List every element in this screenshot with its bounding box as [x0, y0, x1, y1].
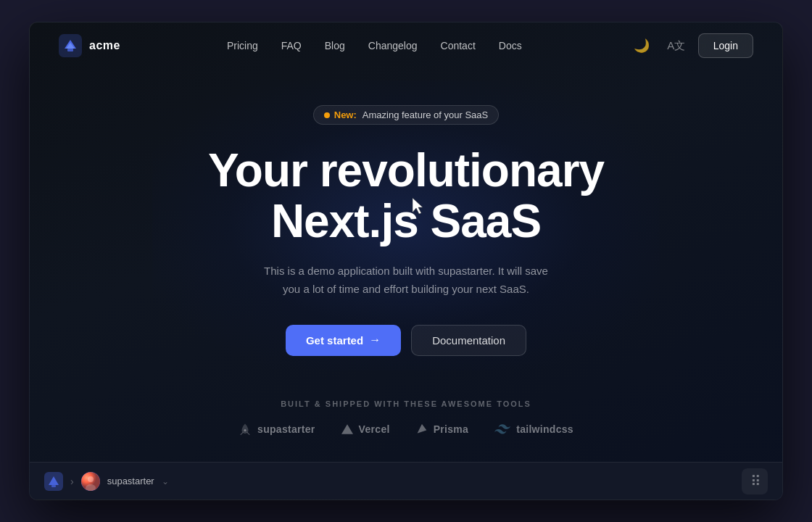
tools-label: BUILT & SHIPPED WITH THESE AWESOME TOOLS	[281, 399, 531, 408]
prisma-label: Prisma	[434, 423, 469, 435]
vercel-label: Vercel	[359, 423, 390, 435]
moon-icon: 🌙	[634, 38, 650, 54]
navbar: acme Pricing FAQ Blog Changelog Contact …	[30, 22, 782, 69]
nav-link-changelog[interactable]: Changelog	[368, 40, 418, 51]
language-toggle-button[interactable]: A文	[663, 33, 689, 59]
logo[interactable]: acme	[59, 34, 120, 57]
arrow-icon: →	[369, 334, 381, 347]
bottom-right-icon[interactable]: ⠿	[742, 468, 768, 494]
svg-rect-1	[67, 49, 73, 51]
badge-text: Amazing feature of your SaaS	[362, 109, 488, 120]
bottom-avatar	[81, 472, 100, 491]
supastarter-label: supastarter	[257, 423, 315, 435]
hero-title-line2: Next.js SaaS	[271, 195, 541, 247]
svg-rect-4	[51, 485, 56, 487]
tools-section: BUILT & SHIPPED WITH THESE AWESOME TOOLS…	[239, 399, 573, 436]
login-button[interactable]: Login	[698, 33, 753, 58]
vercel-icon	[341, 423, 353, 435]
bottom-bar: › supastarter ⌄ ⠿	[30, 462, 782, 500]
svg-point-6	[88, 476, 94, 482]
bottom-chevron-icon: ⌄	[162, 476, 169, 486]
bottom-username: supastarter	[107, 476, 154, 486]
app-window: acme Pricing FAQ Blog Changelog Contact …	[29, 22, 783, 500]
documentation-button[interactable]: Documentation	[411, 325, 526, 356]
logo-icon	[59, 34, 82, 57]
menu-dots-icon: ⠿	[750, 473, 760, 490]
tailwindcss-label: tailwindcss	[516, 423, 573, 435]
tool-supastarter: supastarter	[239, 423, 315, 436]
nav-link-pricing[interactable]: Pricing	[227, 40, 258, 51]
badge-dot	[324, 112, 330, 118]
tool-vercel: Vercel	[341, 423, 390, 435]
nav-link-contact[interactable]: Contact	[441, 40, 476, 51]
nav-link-faq[interactable]: FAQ	[281, 40, 302, 51]
badge-new-label: New:	[334, 109, 357, 120]
get-started-label: Get started	[306, 334, 363, 347]
tool-prisma: Prisma	[416, 423, 469, 436]
hero-section: New: Amazing feature of your SaaS Your r…	[30, 69, 782, 436]
theme-toggle-button[interactable]: 🌙	[629, 33, 655, 59]
get-started-button[interactable]: Get started →	[286, 325, 401, 356]
translate-icon: A文	[667, 39, 685, 53]
hero-title-line1: Your revolutionary	[208, 144, 604, 196]
tools-logos: supastarter Vercel Prisma	[239, 423, 573, 436]
nav-actions: 🌙 A文 Login	[629, 33, 753, 59]
nav-link-docs[interactable]: Docs	[499, 40, 522, 51]
announcement-badge[interactable]: New: Amazing feature of your SaaS	[313, 105, 500, 125]
tool-tailwindcss: tailwindcss	[494, 423, 573, 435]
tailwindcss-icon	[494, 424, 510, 434]
svg-point-2	[244, 429, 246, 431]
logo-text: acme	[89, 39, 120, 52]
prisma-icon	[416, 423, 428, 436]
hero-title: Your revolutionary Next.js SaaS	[208, 145, 604, 247]
hero-subtitle: This is a demo application built with su…	[254, 262, 558, 299]
rocket-icon	[239, 423, 252, 436]
bottom-arrow-icon: ›	[70, 476, 74, 487]
bottom-logo-icon	[44, 472, 63, 491]
nav-links: Pricing FAQ Blog Changelog Contact Docs	[227, 40, 522, 51]
avatar-image	[81, 472, 100, 491]
hero-buttons: Get started → Documentation	[286, 325, 526, 356]
nav-link-blog[interactable]: Blog	[325, 40, 345, 51]
